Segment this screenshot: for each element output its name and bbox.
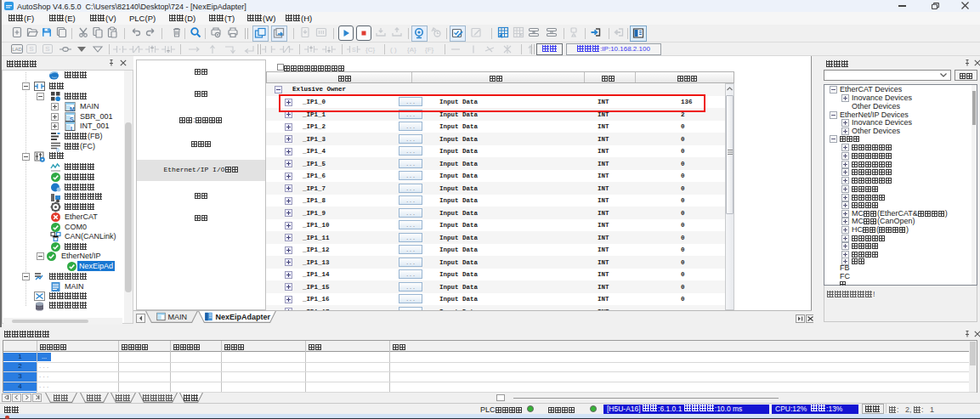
svg-text:( ): ( ) [390, 46, 397, 54]
svg-text:{F}: {F} [425, 46, 434, 54]
svg-text:I: I [71, 126, 72, 132]
svg-text:{C}: {C} [365, 46, 375, 54]
svg-text:{A}: {A} [407, 46, 416, 54]
svg-text:S: S [352, 47, 356, 53]
